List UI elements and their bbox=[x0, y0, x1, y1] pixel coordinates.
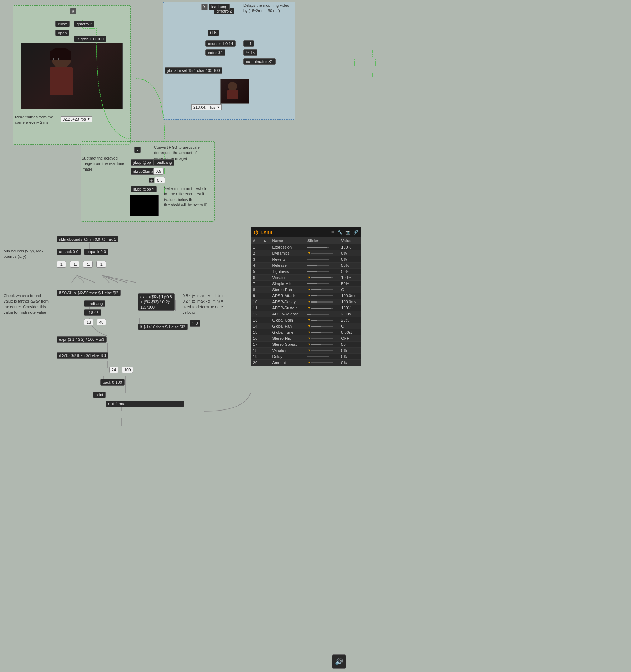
row-slider[interactable] bbox=[305, 281, 339, 287]
row-slider[interactable]: ▼ bbox=[305, 275, 339, 281]
labs-table-row[interactable]: 4 Release 50% bbox=[251, 263, 361, 269]
row-slider[interactable]: ▼ bbox=[305, 323, 339, 329]
toggle-icon[interactable]: ◆ bbox=[149, 178, 154, 183]
num-18[interactable]: 18 bbox=[84, 319, 93, 325]
counter-node[interactable]: counter 1 0 14 bbox=[205, 40, 236, 47]
row-num: 7 bbox=[251, 281, 261, 287]
row-slider[interactable] bbox=[305, 244, 339, 250]
midiformat-node[interactable]: midiformat bbox=[106, 401, 184, 407]
if-compare[interactable]: if $i1> $i2 then $i1 else $i3 bbox=[57, 352, 108, 359]
labs-table-row[interactable]: 1 Expression 100% bbox=[251, 244, 361, 250]
row-slider[interactable]: ▼ bbox=[305, 250, 339, 256]
labs-header: ⏻ LABS ✏ 🔧 📷 🔗 bbox=[251, 227, 361, 237]
slider-fill bbox=[307, 247, 327, 248]
plus1-node[interactable]: + 1 bbox=[243, 40, 254, 47]
labs-table-row[interactable]: 8 Stereo Pan ▼ C bbox=[251, 287, 361, 293]
row-slider[interactable] bbox=[305, 256, 339, 263]
jit-findbounds[interactable]: jit.findbounds @min 0.9 @max 1 bbox=[57, 236, 118, 242]
jit-rgb2luma[interactable]: jit.rgb2luma bbox=[131, 168, 156, 175]
num-24[interactable]: 24 bbox=[109, 367, 118, 373]
labs-table-row[interactable]: 7 Simple Mix 50% bbox=[251, 281, 361, 287]
camera-icon[interactable]: 📷 bbox=[345, 230, 350, 235]
labs-table-row[interactable]: 3 Reverb 0% bbox=[251, 256, 361, 263]
row-name: Global Gain bbox=[270, 317, 305, 323]
expr-calc[interactable]: expr ($i1 * $i2) / 100 + $i3 bbox=[57, 336, 107, 343]
open-button[interactable]: open bbox=[55, 30, 69, 36]
speaker-button[interactable]: 🔊 bbox=[332, 654, 346, 669]
neg1-d[interactable]: -1. bbox=[96, 261, 106, 268]
col-header-sort[interactable]: ▲ bbox=[261, 237, 270, 244]
qmetro-1[interactable]: qmetro 2 bbox=[74, 21, 94, 27]
pencil-icon[interactable]: ✏ bbox=[331, 230, 335, 235]
neg1-c[interactable]: -1. bbox=[83, 261, 93, 268]
row-slider[interactable]: ▼ bbox=[305, 360, 339, 366]
loadbang-3[interactable]: loadbang bbox=[84, 300, 105, 307]
slider-fill bbox=[311, 308, 331, 309]
labs-table-row[interactable]: 11 ADSR-Sustain ▼ 100% bbox=[251, 305, 361, 311]
num-100[interactable]: 100 bbox=[122, 367, 133, 373]
mod15-node[interactable]: % 15 bbox=[243, 49, 257, 56]
jit-matrixset[interactable]: jit.matrixset 15 4 char 100 100 bbox=[165, 67, 222, 74]
labs-table-row[interactable]: 12 ADSR-Release 2.00s bbox=[251, 311, 361, 317]
loadbang-1[interactable]: loadbang bbox=[209, 4, 230, 10]
labs-table-row[interactable]: 6 Vibrato ▼ 100% bbox=[251, 275, 361, 281]
close-x-btn-2[interactable]: X bbox=[201, 4, 208, 10]
labs-table-row[interactable]: 19 Delay 0% bbox=[251, 354, 361, 360]
loadbang-2[interactable]: loadbang bbox=[153, 159, 174, 166]
gt0[interactable]: > 0 bbox=[190, 320, 200, 327]
close-x-btn-1[interactable]: X bbox=[70, 8, 76, 14]
num-48[interactable]: 48 bbox=[97, 319, 106, 325]
slider-arrow: ▼ bbox=[307, 300, 311, 304]
labs-table-row[interactable]: 10 ADSR-Decay ▼ 100.0ms bbox=[251, 299, 361, 305]
jit-op-gt[interactable]: jit.op @op > bbox=[131, 186, 157, 192]
slider-arrow: ▼ bbox=[307, 318, 311, 322]
labs-table-row[interactable]: 17 Stereo Spread ▼ 50 bbox=[251, 342, 361, 348]
col-header-num: # bbox=[251, 237, 261, 244]
row-slider[interactable]: ▼ bbox=[305, 317, 339, 323]
labs-table-row[interactable]: 5 Tightness 50% bbox=[251, 269, 361, 275]
val-05-a[interactable]: 0.5 bbox=[153, 168, 164, 175]
jit-op-minus[interactable]: jit.op @op - bbox=[131, 159, 156, 166]
labs-table-row[interactable]: 18 Variation ▼ 0% bbox=[251, 348, 361, 354]
link-icon[interactable]: 🔗 bbox=[353, 230, 358, 235]
row-slider[interactable]: ▼ bbox=[305, 293, 339, 299]
neg1-b[interactable]: -1. bbox=[70, 261, 79, 268]
row-slider[interactable] bbox=[305, 311, 339, 317]
tlb-node[interactable]: t l b bbox=[208, 30, 219, 36]
wrench-icon[interactable]: 🔧 bbox=[338, 230, 343, 235]
expr-velocity[interactable]: expr (($i2-$f1)*0.8 + ($f4-$f3) * 0.2)* … bbox=[138, 293, 175, 311]
row-slider[interactable]: ▼ bbox=[305, 342, 339, 348]
labs-table-row[interactable]: 2 Dynamics ▼ 0% bbox=[251, 250, 361, 256]
pack-node[interactable]: pack 0 100 bbox=[100, 379, 125, 386]
row-slider[interactable]: ▼ bbox=[305, 348, 339, 354]
if-gt10[interactable]: if $i1>10 then $i1 else $i2 bbox=[138, 324, 188, 330]
row-slider[interactable] bbox=[305, 354, 339, 360]
outputmatrix-node[interactable]: outputmatrix $1 bbox=[243, 58, 276, 65]
neg1-a[interactable]: -1. bbox=[57, 261, 66, 268]
labs-table-row[interactable]: 20 Amount ▼ 0% bbox=[251, 360, 361, 366]
val-05-b[interactable]: 0.5 bbox=[155, 177, 165, 183]
jit-grab[interactable]: jit.grab 100 100 bbox=[74, 36, 106, 42]
minus-btn[interactable]: - bbox=[134, 147, 141, 153]
close-button[interactable]: close bbox=[55, 21, 70, 27]
unpack-1[interactable]: unpack 0 0 bbox=[57, 249, 81, 255]
labs-table-row[interactable]: 14 Global Pan ▼ C bbox=[251, 323, 361, 329]
if-x-bound[interactable]: if 50-$i1 > $i2-50 then $i1 else $i2 bbox=[57, 290, 121, 296]
row-slider[interactable]: ▼ bbox=[305, 335, 339, 342]
row-slider[interactable] bbox=[305, 269, 339, 275]
labs-table-row[interactable]: 9 ADSR-Attack ▼ 100.0ms bbox=[251, 293, 361, 299]
row-slider[interactable]: ▼ bbox=[305, 299, 339, 305]
unpack-2[interactable]: unpack 0 0 bbox=[84, 249, 108, 255]
row-slider[interactable]: ▼ bbox=[305, 305, 339, 311]
slider-arrow: ▼ bbox=[307, 294, 311, 298]
row-slider[interactable] bbox=[305, 263, 339, 269]
index-node[interactable]: index $1 bbox=[205, 49, 225, 56]
t18-48[interactable]: t 18 48 bbox=[84, 309, 101, 316]
row-slider[interactable]: ▼ bbox=[305, 329, 339, 335]
row-slider[interactable]: ▼ bbox=[305, 287, 339, 293]
labs-table-row[interactable]: 15 Global Tune ▼ 0.00st bbox=[251, 329, 361, 335]
labs-table-row[interactable]: 16 Stereo Flip ▼ OFF bbox=[251, 335, 361, 342]
labs-table-row[interactable]: 13 Global Gain ▼ 29% bbox=[251, 317, 361, 323]
print-node[interactable]: print bbox=[93, 392, 106, 398]
row-num: 8 bbox=[251, 287, 261, 293]
